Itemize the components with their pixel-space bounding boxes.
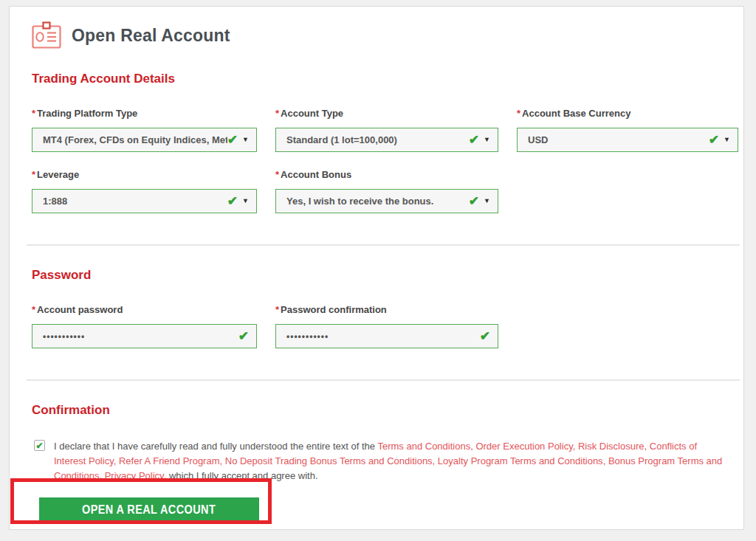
account-type-label: *Account Type	[275, 108, 498, 119]
leverage-label: *Leverage	[32, 169, 257, 180]
refer-a-friend-program-link[interactable]: Refer A Friend Program	[119, 455, 222, 466]
open-real-account-panel: Open Real Account Trading Account Detail…	[9, 6, 744, 530]
panel-header: Open Real Account	[32, 21, 729, 49]
trading-platform-label: *Trading Platform Type	[32, 108, 257, 119]
account-password-input[interactable]: ••••••••••• ✔	[32, 324, 257, 348]
open-real-account-button[interactable]: OPEN A REAL ACCOUNT	[39, 497, 259, 522]
leverage-value: 1:888	[43, 196, 227, 207]
field-account-bonus: *Account Bonus Yes, I wish to receive th…	[275, 169, 498, 213]
section-divider	[27, 244, 740, 246]
account-bonus-select[interactable]: Yes, I wish to receive the bonus. ✔ ▼	[275, 189, 498, 213]
risk-disclosure-link[interactable]: Risk Disclosure	[578, 441, 647, 452]
caret-down-icon: ▼	[724, 137, 730, 143]
account-password-label: *Account password	[32, 304, 257, 315]
order-execution-policy-link[interactable]: Order Execution Policy	[475, 441, 575, 452]
field-password-confirmation: *Password confirmation ••••••••••• ✔	[275, 304, 498, 348]
required-marker: *	[517, 108, 520, 119]
open-real-account-button-label: OPEN A REAL ACCOUNT	[82, 503, 216, 517]
section-divider	[27, 379, 740, 381]
required-marker: *	[32, 108, 35, 119]
trading-details-grid: *Trading Platform Type MT4 (Forex, CFDs …	[32, 108, 729, 213]
valid-check-icon: ✔	[227, 195, 238, 207]
declaration-prefix: I declare that I have carefully read and…	[54, 441, 375, 452]
declaration-row: ✔ I declare that I have carefully read a…	[34, 439, 729, 483]
required-marker: *	[275, 304, 279, 315]
required-marker: *	[32, 169, 35, 180]
loyalty-program-terms-link[interactable]: Loyalty Program Terms and Conditions	[438, 455, 605, 466]
terms-and-conditions-link[interactable]: Terms and Conditions	[377, 441, 472, 452]
password-confirmation-label: *Password confirmation	[275, 304, 498, 315]
account-type-select[interactable]: Standard (1 lot=100,000) ✔ ▼	[275, 128, 498, 152]
no-deposit-bonus-terms-link[interactable]: No Deposit Trading Bonus Terms and Condi…	[225, 455, 435, 466]
declaration-checkbox[interactable]: ✔	[34, 440, 45, 451]
password-confirmation-value: •••••••••••	[286, 331, 480, 342]
base-currency-select[interactable]: USD ✔ ▼	[517, 128, 738, 152]
base-currency-value: USD	[528, 134, 709, 145]
trading-platform-value: MT4 (Forex, CFDs on Equity Indices, Meta…	[43, 134, 227, 145]
valid-check-icon: ✔	[227, 134, 238, 146]
declaration-suffix: which I fully accept and agree with.	[169, 470, 318, 481]
account-bonus-value: Yes, I wish to receive the bonus.	[286, 196, 469, 207]
base-currency-label: *Account Base Currency	[517, 108, 738, 119]
section-heading-trading-details: Trading Account Details	[32, 72, 729, 86]
caret-down-icon: ▼	[484, 198, 490, 204]
account-password-value: •••••••••••	[43, 331, 238, 342]
id-card-icon	[32, 21, 61, 49]
caret-down-icon: ▼	[242, 198, 249, 204]
valid-check-icon: ✔	[469, 195, 479, 207]
field-trading-platform-type: *Trading Platform Type MT4 (Forex, CFDs …	[32, 108, 257, 152]
account-type-value: Standard (1 lot=100,000)	[286, 134, 469, 145]
privacy-policy-link[interactable]: Privacy Policy	[105, 470, 167, 481]
field-account-type: *Account Type Standard (1 lot=100,000) ✔…	[275, 108, 498, 152]
valid-check-icon: ✔	[238, 330, 249, 342]
password-grid: *Account password ••••••••••• ✔ *Passwor…	[32, 304, 729, 348]
leverage-select[interactable]: 1:888 ✔ ▼	[32, 189, 257, 213]
password-confirmation-input[interactable]: ••••••••••• ✔	[275, 324, 498, 348]
section-heading-confirmation: Confirmation	[32, 403, 729, 418]
declaration-text: I declare that I have carefully read and…	[54, 439, 729, 483]
field-account-base-currency: *Account Base Currency USD ✔ ▼	[517, 108, 738, 152]
valid-check-icon: ✔	[469, 134, 479, 146]
caret-down-icon: ▼	[484, 137, 490, 143]
checkbox-check-icon: ✔	[35, 441, 43, 450]
page-title: Open Real Account	[72, 26, 230, 46]
required-marker: *	[275, 169, 279, 180]
valid-check-icon: ✔	[480, 330, 490, 342]
field-account-password: *Account password ••••••••••• ✔	[32, 304, 257, 348]
required-marker: *	[32, 304, 35, 315]
required-marker: *	[275, 108, 279, 119]
account-bonus-label: *Account Bonus	[275, 169, 498, 180]
trading-platform-select[interactable]: MT4 (Forex, CFDs on Equity Indices, Meta…	[32, 128, 257, 152]
field-leverage: *Leverage 1:888 ✔ ▼	[32, 169, 257, 213]
section-heading-password: Password	[32, 268, 729, 283]
valid-check-icon: ✔	[709, 134, 719, 146]
caret-down-icon: ▼	[242, 137, 249, 143]
